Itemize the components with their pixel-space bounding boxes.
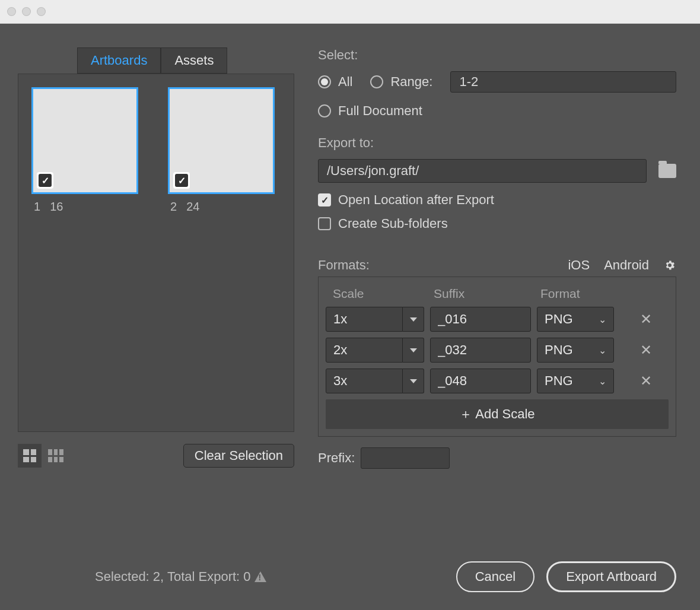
radio-all-label: All	[338, 74, 352, 90]
suffix-input[interactable]	[430, 338, 531, 363]
preset-android-button[interactable]: Android	[604, 258, 649, 273]
remove-row-button[interactable]: ✕	[634, 342, 658, 358]
tab-artboards[interactable]: Artboards	[77, 47, 161, 74]
open-location-label: Open Location after Export	[338, 192, 494, 208]
artboard-checkbox[interactable]: ✓	[173, 172, 190, 189]
artboard-label: 224	[168, 200, 275, 214]
cancel-button[interactable]: Cancel	[456, 561, 534, 592]
clear-selection-button[interactable]: Clear Selection	[183, 444, 294, 468]
artboard-thumbnail[interactable]: ✓	[31, 87, 138, 194]
prefix-input[interactable]	[361, 447, 450, 469]
window-titlebar	[0, 0, 700, 24]
artboard-checkbox[interactable]: ✓	[37, 172, 53, 189]
radio-all[interactable]	[318, 75, 331, 88]
artboard-thumbnail[interactable]: ✓	[168, 87, 275, 194]
artboard-list: ✓ 116 ✓ 224	[18, 74, 294, 432]
artboard-item[interactable]: ✓ 116	[31, 87, 138, 418]
tab-assets[interactable]: Assets	[161, 47, 227, 74]
suffix-input[interactable]	[430, 368, 531, 393]
grid-view-button[interactable]	[18, 444, 42, 468]
range-input[interactable]	[450, 71, 676, 93]
scale-select[interactable]: 3x	[326, 368, 403, 393]
zoom-window-button[interactable]	[37, 7, 46, 16]
scale-dropdown-button[interactable]	[403, 307, 424, 332]
chevron-down-icon	[410, 317, 417, 322]
open-location-checkbox[interactable]	[318, 193, 331, 206]
suffix-input[interactable]	[430, 307, 531, 332]
radio-range-label: Range:	[390, 74, 432, 90]
export-to-label: Export to:	[318, 135, 676, 151]
preset-ios-button[interactable]: iOS	[568, 258, 590, 273]
scale-dropdown-button[interactable]	[403, 338, 424, 363]
export-artboard-button[interactable]: Export Artboard	[546, 561, 676, 592]
gear-icon	[664, 259, 676, 271]
format-row: 1x PNG⌄ ✕	[326, 307, 669, 332]
col-suffix: Suffix	[434, 287, 540, 301]
export-path-input[interactable]	[318, 159, 647, 183]
list-view-button[interactable]	[44, 444, 68, 468]
chevron-down-icon	[410, 348, 417, 352]
create-subfolders-label: Create Sub-folders	[338, 216, 448, 231]
browse-folder-button[interactable]	[658, 164, 676, 178]
chevron-down-icon: ⌄	[599, 376, 606, 387]
formats-settings-button[interactable]	[663, 259, 676, 272]
col-format: Format	[540, 287, 641, 301]
format-row: 2x PNG⌄ ✕	[326, 338, 669, 363]
format-select[interactable]: PNG⌄	[537, 307, 614, 332]
col-scale: Scale	[333, 287, 434, 301]
artboard-item[interactable]: ✓ 224	[168, 87, 275, 418]
warning-icon	[254, 571, 266, 582]
chevron-down-icon	[410, 379, 417, 383]
grid-icon	[23, 449, 36, 462]
scale-select[interactable]: 1x	[326, 307, 403, 332]
minimize-window-button[interactable]	[22, 7, 31, 16]
scale-select[interactable]: 2x	[326, 338, 403, 363]
close-icon: ✕	[640, 342, 652, 358]
remove-row-button[interactable]: ✕	[634, 311, 658, 328]
chevron-down-icon: ⌄	[599, 314, 606, 325]
radio-range[interactable]	[370, 75, 383, 88]
add-scale-button[interactable]: ＋ Add Scale	[326, 399, 669, 429]
scale-dropdown-button[interactable]	[403, 368, 424, 393]
formats-table: Scale Suffix Format 1x PNG⌄ ✕ 2x	[318, 277, 676, 437]
chevron-down-icon: ⌄	[599, 345, 606, 356]
format-select[interactable]: PNG⌄	[537, 368, 614, 393]
radio-full-document[interactable]	[318, 104, 331, 117]
radio-full-document-label: Full Document	[338, 103, 422, 119]
close-window-button[interactable]	[7, 7, 16, 16]
prefix-label: Prefix:	[318, 450, 355, 466]
close-icon: ✕	[640, 311, 652, 327]
remove-row-button[interactable]: ✕	[634, 373, 658, 389]
list-icon	[48, 449, 63, 462]
artboard-label: 116	[31, 200, 138, 214]
formats-label: Formats:	[318, 258, 370, 273]
format-row: 3x PNG⌄ ✕	[326, 368, 669, 393]
tab-bar: Artboards Assets	[77, 47, 294, 74]
selection-status: Selected: 2, Total Export: 0	[95, 569, 266, 584]
create-subfolders-checkbox[interactable]	[318, 217, 331, 230]
close-icon: ✕	[640, 373, 652, 389]
format-select[interactable]: PNG⌄	[537, 338, 614, 363]
select-label: Select:	[318, 47, 676, 63]
